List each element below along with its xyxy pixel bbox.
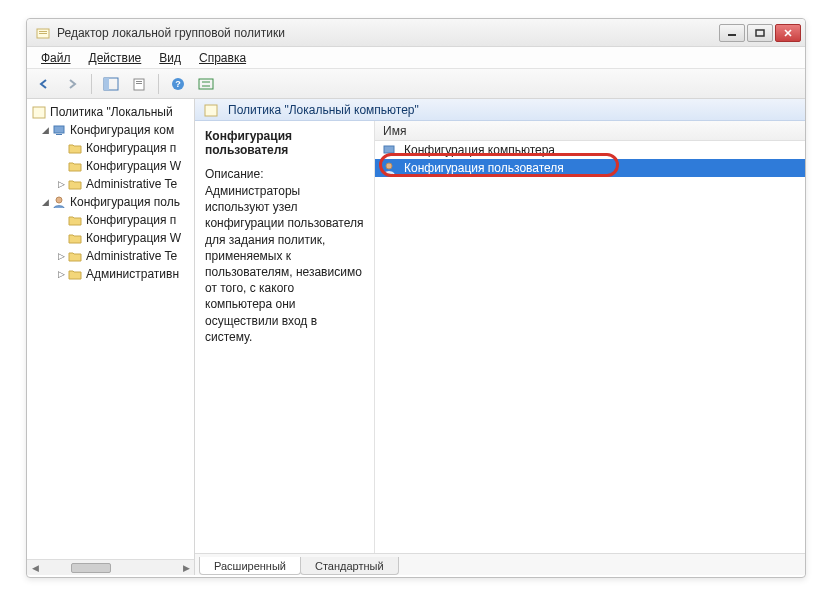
close-button[interactable]	[775, 24, 801, 42]
folder-icon	[67, 248, 83, 264]
tree-label: Конфигурация п	[86, 213, 176, 227]
list-item-computer-config[interactable]: Конфигурация компьютера	[375, 141, 805, 159]
view-tabs: Расширенный Стандартный	[195, 553, 805, 575]
path-text: Политика "Локальный компьютер"	[228, 103, 419, 117]
svg-rect-3	[728, 34, 736, 36]
tree-item[interactable]: ▷Administrative Te	[29, 175, 192, 193]
tree-item[interactable]: Конфигурация W	[29, 229, 192, 247]
computer-icon	[381, 142, 397, 158]
tree-item[interactable]: Конфигурация W	[29, 157, 192, 175]
toolbar-separator	[91, 74, 92, 94]
expand-icon[interactable]: ▷	[55, 179, 67, 189]
svg-rect-11	[136, 83, 142, 84]
tree-label: Administrative Te	[86, 177, 177, 191]
menu-help[interactable]: Справка	[191, 49, 254, 67]
svg-rect-19	[205, 105, 217, 116]
tree-label: Конфигурация W	[86, 231, 181, 245]
svg-rect-17	[56, 134, 62, 135]
folder-icon	[67, 212, 83, 228]
list-item-user-config[interactable]: Конфигурация пользователя	[375, 159, 805, 177]
tree-pane[interactable]: Политика "Локальный ◢ Конфигурация ком К…	[27, 99, 195, 575]
tree-item[interactable]: Конфигурация п	[29, 139, 192, 157]
toolbar: ?	[27, 69, 805, 99]
window-title: Редактор локальной групповой политики	[57, 26, 285, 40]
user-icon	[51, 194, 67, 210]
svg-rect-9	[134, 79, 144, 90]
tree-label: Конфигурация поль	[70, 195, 180, 209]
column-header-name[interactable]: Имя	[375, 121, 805, 141]
policy-icon	[203, 102, 219, 118]
svg-rect-4	[756, 30, 764, 36]
details-pane: Политика "Локальный компьютер" Конфигура…	[195, 99, 805, 575]
user-icon	[381, 160, 397, 176]
tree-root[interactable]: Политика "Локальный	[29, 103, 192, 121]
path-header: Политика "Локальный компьютер"	[195, 99, 805, 121]
filter-button[interactable]	[195, 73, 217, 95]
show-tree-button[interactable]	[100, 73, 122, 95]
list-pane: Имя Конфигурация компьютера Конфигурация…	[375, 121, 805, 575]
folder-icon	[67, 176, 83, 192]
collapse-icon[interactable]: ◢	[39, 197, 51, 207]
nav-forward-button[interactable]	[61, 73, 83, 95]
tree-label: Administrative Te	[86, 249, 177, 263]
folder-icon	[67, 230, 83, 246]
svg-text:?: ?	[175, 79, 181, 89]
svg-rect-8	[104, 78, 109, 90]
menu-file[interactable]: Файл	[33, 49, 79, 67]
tree-computer-config[interactable]: ◢ Конфигурация ком	[29, 121, 192, 139]
tree-label: Конфигурация W	[86, 159, 181, 173]
svg-point-18	[56, 197, 62, 203]
svg-rect-14	[199, 79, 213, 89]
svg-rect-21	[386, 154, 392, 155]
svg-rect-2	[39, 33, 47, 34]
tree-item[interactable]: Конфигурация п	[29, 211, 192, 229]
tree-label: Конфигурация ком	[70, 123, 174, 137]
svg-rect-10	[136, 81, 142, 82]
content-area: Политика "Локальный ◢ Конфигурация ком К…	[27, 99, 805, 575]
properties-button[interactable]	[128, 73, 150, 95]
policy-icon	[31, 104, 47, 120]
selection-heading: Конфигурация пользователя	[205, 129, 364, 157]
svg-rect-20	[384, 146, 394, 153]
tree-label: Политика "Локальный	[50, 105, 173, 119]
app-icon	[35, 25, 51, 41]
description-text: Администраторы используют узел конфигура…	[205, 183, 364, 345]
description-label: Описание:	[205, 167, 364, 181]
minimize-button[interactable]	[719, 24, 745, 42]
expand-icon[interactable]: ▷	[55, 269, 67, 279]
tree-user-config[interactable]: ◢ Конфигурация поль	[29, 193, 192, 211]
column-header-label: Имя	[383, 124, 406, 138]
tree-label: Конфигурация п	[86, 141, 176, 155]
collapse-icon[interactable]: ◢	[39, 125, 51, 135]
description-pane: Конфигурация пользователя Описание: Адми…	[195, 121, 375, 575]
tab-label: Стандартный	[315, 560, 384, 572]
menu-action[interactable]: Действие	[81, 49, 150, 67]
tree-hscrollbar[interactable]: ◀ ▶	[27, 559, 194, 575]
scroll-thumb[interactable]	[71, 563, 111, 573]
folder-icon	[67, 140, 83, 156]
scroll-right-icon[interactable]: ▶	[178, 561, 194, 575]
tab-label: Расширенный	[214, 560, 286, 572]
tree-item[interactable]: ▷Административн	[29, 265, 192, 283]
tab-extended[interactable]: Расширенный	[199, 557, 301, 575]
svg-rect-16	[54, 126, 64, 133]
scroll-left-icon[interactable]: ◀	[27, 561, 43, 575]
maximize-button[interactable]	[747, 24, 773, 42]
tree-label: Административн	[86, 267, 179, 281]
svg-rect-15	[33, 107, 45, 118]
tree-item[interactable]: ▷Administrative Te	[29, 247, 192, 265]
tab-standard[interactable]: Стандартный	[300, 557, 399, 575]
folder-icon	[67, 266, 83, 282]
svg-rect-1	[39, 31, 47, 32]
list-item-label: Конфигурация пользователя	[404, 161, 564, 175]
menu-view[interactable]: Вид	[151, 49, 189, 67]
help-button[interactable]: ?	[167, 73, 189, 95]
svg-point-22	[386, 163, 392, 169]
computer-icon	[51, 122, 67, 138]
toolbar-separator	[158, 74, 159, 94]
titlebar: Редактор локальной групповой политики	[27, 19, 805, 47]
list-item-label: Конфигурация компьютера	[404, 143, 555, 157]
nav-back-button[interactable]	[33, 73, 55, 95]
expand-icon[interactable]: ▷	[55, 251, 67, 261]
menubar: Файл Действие Вид Справка	[27, 47, 805, 69]
